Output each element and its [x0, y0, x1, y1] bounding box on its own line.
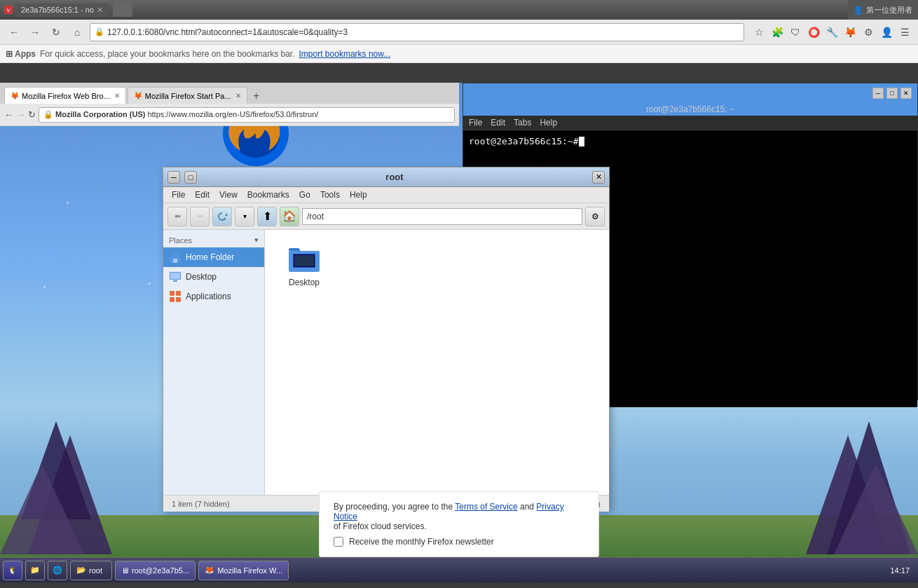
taskbar-root-file-button[interactable]: 📂 root	[70, 561, 112, 580]
fm-forward-button[interactable]: ➡	[190, 207, 210, 226]
second-refresh-button[interactable]: ↻	[28, 109, 36, 120]
newsletter-checkbox[interactable]	[334, 537, 343, 547]
bookmarks-bar: ⊞ Apps For quick access, place your book…	[0, 45, 918, 63]
second-address-bar[interactable]: 🔒 Mozilla Corporation (US) https://www.m…	[39, 107, 455, 123]
svg-rect-17	[170, 291, 174, 296]
fm-applications-icon	[169, 290, 181, 303]
fm-menu-file[interactable]: File	[167, 189, 189, 201]
fm-places-label: Places	[169, 236, 192, 245]
fm-minimize-button[interactable]: ─	[167, 171, 180, 184]
filemanager-window: ─ □ root ✕ File Edit View Bookmarks Go T…	[163, 167, 610, 510]
clock-time: 14:17	[890, 566, 910, 575]
refresh-button[interactable]: ↻	[48, 24, 64, 41]
terminal-prompt-text: root@2e3a7b566c15:~#	[469, 136, 579, 146]
taskbar-app-menu-button[interactable]: 🐧	[3, 561, 22, 580]
fm-back-button[interactable]: ⬅	[167, 207, 187, 226]
fm-sidebar-applications[interactable]: Applications	[163, 287, 264, 306]
fm-dropdown-button[interactable]: ▾	[235, 207, 254, 226]
tree-left-group	[0, 379, 140, 557]
firefox-taskbar-icon: 🦊	[205, 566, 214, 575]
svg-rect-13	[173, 259, 177, 263]
extension-icon-2[interactable]: 🛡	[788, 25, 803, 40]
fm-sidebar-desktop[interactable]: Desktop	[163, 267, 264, 287]
vnc-tab[interactable]: 2e3a7b566c15:1 - no ✕	[15, 4, 109, 17]
forward-button[interactable]: →	[27, 24, 43, 41]
fm-file-desktop[interactable]: Desktop	[276, 241, 332, 287]
extension-icon-1[interactable]: 🧩	[769, 25, 785, 40]
fm-menu-go[interactable]: Go	[295, 189, 315, 201]
fm-toggle-view-button[interactable]: ⚙	[585, 207, 605, 226]
fm-titlebar: ─ □ root ✕	[163, 167, 609, 187]
vnc-tab-close[interactable]: ✕	[97, 6, 103, 15]
back-button[interactable]: ←	[6, 24, 22, 41]
fm-places-header[interactable]: Places ▾	[163, 233, 264, 247]
desktop-dot-1	[67, 202, 69, 204]
ff-tab-2-favicon-icon: 🦊	[134, 92, 142, 100]
vnc-favicon-icon: V	[4, 6, 13, 14]
terminal-menu-help[interactable]: Help	[540, 118, 557, 128]
fm-home-folder-label: Home Folder	[186, 252, 234, 262]
user-icon: 👤	[854, 6, 863, 15]
taskbar-browser-icon-button[interactable]: 🌐	[48, 561, 67, 580]
newsletter-label: Receive the monthly Firefox newsletter	[349, 537, 494, 547]
ff-tab-2[interactable]: 🦊 Mozilla Firefox Start Pa... ✕	[128, 87, 247, 104]
extension-icon-7[interactable]: 👤	[879, 25, 894, 40]
fm-menu-view[interactable]: View	[215, 189, 242, 201]
address-input[interactable]	[107, 27, 739, 37]
taskbar-files-button[interactable]: 📁	[25, 561, 45, 580]
fm-close-button[interactable]: ✕	[592, 171, 605, 184]
svg-rect-19	[170, 297, 174, 302]
terminal-menu-edit[interactable]: Edit	[491, 118, 505, 128]
extension-icon-3[interactable]: ⭕	[806, 25, 821, 40]
ff-tab-2-close[interactable]: ✕	[235, 92, 241, 100]
fm-title-text: root	[201, 172, 588, 182]
dialog-text-2: and	[520, 502, 534, 512]
svg-rect-24	[294, 255, 314, 266]
menu-icon[interactable]: ☰	[897, 25, 912, 40]
fm-menu-tools[interactable]: Tools	[316, 189, 344, 201]
home-button[interactable]: ⌂	[69, 24, 85, 41]
files-icon: 📁	[30, 566, 40, 575]
ff-tab-2-label: Mozilla Firefox Start Pa...	[145, 92, 231, 100]
firefox-dialog-text: By proceeding, you agree to the Terms of…	[334, 502, 584, 531]
fm-sidebar-home[interactable]: Home Folder	[163, 247, 264, 267]
taskbar-firefox-label: Mozilla Firefox W...	[217, 566, 282, 575]
fm-parent-button[interactable]: ⬆	[257, 207, 277, 226]
fm-address-bar[interactable]: /root	[302, 208, 582, 225]
taskbar-firefox-button[interactable]: 🦊 Mozilla Firefox W...	[198, 561, 289, 580]
bookmarks-hint-text: For quick access, place your bookmarks h…	[40, 49, 295, 59]
fm-menu-edit[interactable]: Edit	[191, 189, 214, 201]
second-forward-button[interactable]: →	[16, 109, 25, 120]
terminal-minimize-button[interactable]: ─	[872, 88, 884, 99]
terms-of-service-link[interactable]: Terms of Service	[455, 502, 517, 512]
fm-home-button[interactable]: 🏠	[280, 207, 299, 226]
terminal-menu-tabs[interactable]: Tabs	[514, 118, 531, 128]
bookmark-star-icon[interactable]: ☆	[751, 25, 767, 40]
terminal-close-button[interactable]: ✕	[900, 88, 912, 99]
fm-maximize-button[interactable]: □	[184, 171, 197, 184]
extension-icon-4[interactable]: 🔧	[824, 25, 840, 40]
terminal-menu-file[interactable]: File	[469, 118, 482, 128]
fm-desktop-label: Desktop	[186, 272, 217, 282]
dialog-text-3: of Firefox cloud services.	[334, 521, 427, 531]
extension-icon-6[interactable]: ⚙	[861, 25, 876, 40]
fm-menu-help[interactable]: Help	[345, 189, 371, 201]
apps-button[interactable]: ⊞ Apps	[6, 49, 36, 59]
extension-icon-5[interactable]: 🦊	[842, 25, 858, 40]
ff-tab-1[interactable]: 🦊 Mozilla Firefox Web Bro... ✕	[4, 87, 126, 104]
fm-menu-bookmarks[interactable]: Bookmarks	[243, 189, 294, 201]
fm-refresh-icon	[217, 211, 228, 222]
lock-icon: 🔒	[95, 27, 104, 36]
import-bookmarks-link[interactable]: Import bookmarks now...	[299, 49, 391, 59]
vnc-new-tab[interactable]	[113, 3, 132, 17]
terminal-titlebar: ─ □ ✕	[463, 83, 917, 103]
terminal-prompt: root@2e3a7b566c15:~#	[469, 136, 912, 146]
second-back-button[interactable]: ←	[4, 109, 13, 120]
fm-main-area: Desktop	[265, 230, 609, 495]
svg-rect-20	[176, 297, 181, 302]
taskbar-terminal-button[interactable]: 🖥 root@2e3a7b5...	[115, 561, 196, 580]
terminal-maximize-button[interactable]: □	[886, 88, 898, 99]
ff-tab-1-close[interactable]: ✕	[114, 92, 120, 100]
fm-refresh-button[interactable]	[212, 207, 232, 226]
ff-new-tab-button[interactable]: +	[249, 88, 264, 104]
